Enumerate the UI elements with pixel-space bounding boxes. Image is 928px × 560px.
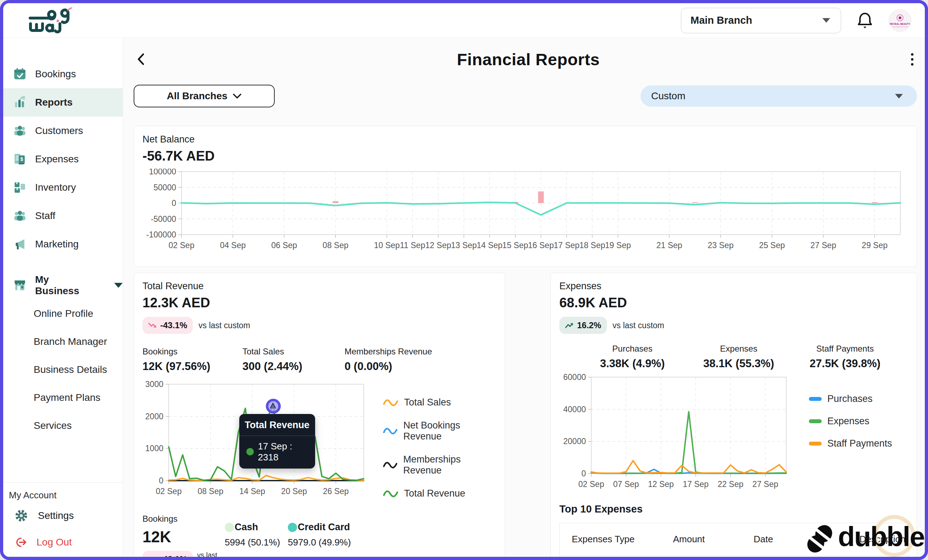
sidebar-item-bookings[interactable]: Bookings (3, 60, 123, 88)
page-title: Financial Reports (149, 50, 907, 69)
sidebar-item-settings[interactable]: Settings (3, 501, 123, 531)
svg-text:17 Sep: 17 Sep (554, 241, 580, 250)
highlight-marker (266, 399, 281, 414)
staff-users-icon (13, 209, 27, 223)
sidebar-item-expenses[interactable]: $ Expenses (3, 145, 123, 173)
sidebar-item-reports[interactable]: Reports (3, 88, 123, 117)
dropdown-arrow-icon (895, 94, 903, 99)
sidebar-item-services[interactable]: Services (3, 412, 123, 439)
svg-text:02 Sep: 02 Sep (578, 479, 604, 489)
svg-text:-100000: -100000 (147, 230, 176, 239)
sidebar-item-label: Marketing (35, 238, 79, 250)
svg-text:19 Sep: 19 Sep (605, 241, 631, 250)
cell-amount: 20000 (659, 556, 719, 557)
svg-text:27 Sep: 27 Sep (810, 241, 836, 250)
sidebar-subitem-label: Online Profile (34, 308, 93, 319)
sidebar-item-staff[interactable]: Staff (3, 202, 123, 230)
storefront-icon (13, 279, 27, 292)
svg-text:21 Sep: 21 Sep (656, 241, 682, 250)
net-balance-chart[interactable]: 100000500000-50000-10000002 Sep04 Sep06 … (142, 169, 910, 254)
chart-tooltip: Total Revenue 17 Sep : 2318 (239, 414, 315, 468)
sidebar-item-inventory[interactable]: Inventory (3, 173, 123, 202)
bookings-summary-value: 12K (142, 528, 225, 546)
svg-text:40000: 40000 (563, 405, 586, 414)
stat-value: 3.38K (4.9%) (579, 357, 685, 370)
expenses-value: 68.9K AED (559, 295, 908, 310)
legend-label: Total Revenue (404, 488, 466, 499)
receipt-icon: $ (13, 153, 27, 166)
legend-label: Staff Payments (827, 438, 892, 449)
svg-text:12 Sep: 12 Sep (648, 479, 674, 489)
sidebar-item-label: Bookings (35, 69, 76, 80)
change-value: -43.1% (160, 320, 187, 330)
wave-icon (383, 426, 398, 436)
gear-icon (15, 509, 28, 522)
change-caption: vs last custom (612, 321, 664, 330)
sidebar-item-label: Customers (35, 125, 83, 136)
svg-text:02 Sep: 02 Sep (169, 241, 195, 250)
svg-text:13 Sep: 13 Sep (451, 241, 477, 250)
kebab-menu-icon[interactable] (907, 51, 917, 68)
legend-label: Net Bookings Revenue (403, 420, 496, 442)
svg-text:15 Sep: 15 Sep (502, 241, 528, 250)
sidebar-item-label: Staff (35, 210, 55, 221)
logout-label: Log Out (37, 537, 72, 548)
cell-expenses-type: Cash Settlement (559, 556, 659, 557)
expenses-chart[interactable]: 600004000020000002 Sep07 Sep12 Sep17 Sep… (559, 374, 792, 491)
sidebar-subitem-label: Payment Plans (34, 392, 100, 403)
logout-button[interactable]: Log Out (3, 531, 123, 554)
svg-text:1000: 1000 (145, 444, 163, 453)
all-branches-label: All Branches (166, 90, 227, 102)
cash-dot (225, 523, 234, 532)
topbar: Main Branch REVEAL BEAUTY Look Good. Fee… (3, 3, 925, 38)
calendar-check-icon (13, 67, 27, 81)
stat-value: 300 (2.44%) (243, 360, 345, 373)
svg-text:04 Sep: 04 Sep (220, 241, 246, 250)
credit-card-dot (288, 523, 297, 532)
stat-value: 12K (97.56%) (142, 360, 243, 373)
bookings-summary-label: Bookings (142, 514, 225, 524)
svg-text:20000: 20000 (563, 436, 586, 446)
all-branches-button[interactable]: All Branches (134, 85, 275, 107)
sidebar-item-branch-manager[interactable]: Branch Manager (3, 328, 123, 356)
sidebar-item-online-profile[interactable]: Online Profile (3, 299, 123, 328)
svg-text:100000: 100000 (149, 169, 176, 176)
top-expenses-title: Top 10 Expenses (559, 503, 908, 515)
svg-text:50000: 50000 (154, 183, 176, 192)
svg-text:-50000: -50000 (151, 214, 176, 224)
expenses-chart-area: 600004000020000002 Sep07 Sep12 Sep17 Sep… (559, 374, 792, 493)
avatar[interactable]: REVEAL BEAUTY Look Good. Feel Good (889, 9, 911, 32)
bar-chart-icon (13, 96, 27, 109)
legend-label: Memberships Revenue (403, 454, 496, 476)
sidebar-item-marketing[interactable]: Marketing (3, 230, 123, 258)
sidebar-item-my-business[interactable]: My Business (3, 271, 123, 299)
tooltip-entry: 17 Sep : 2318 (258, 441, 315, 463)
svg-text:0: 0 (582, 469, 586, 478)
legend-item: Purchases (809, 394, 892, 404)
bookings-summary: Bookings 12K -43.1% (142, 514, 496, 557)
boxes-icon (13, 181, 27, 194)
page-header: Financial Reports (134, 47, 917, 71)
stat-label: Staff Payments (792, 344, 898, 354)
back-arrow-button[interactable] (134, 51, 149, 67)
sidebar-item-business-details[interactable]: Business Details (3, 356, 123, 383)
period-select[interactable]: Custom (641, 85, 917, 107)
main-content: Financial Reports All Branches Custom Ne… (123, 38, 925, 557)
svg-text:22 Sep: 22 Sep (717, 479, 743, 489)
branch-selector[interactable]: Main Branch (681, 8, 841, 33)
svg-text:17 Sep: 17 Sep (683, 479, 708, 489)
dubble-logo-icon (803, 522, 836, 556)
stat-label: Memberships Revenue (345, 346, 432, 357)
svg-text:26 Sep: 26 Sep (323, 487, 349, 496)
sidebar-item-customers[interactable]: Customers (3, 117, 123, 145)
svg-text:$: $ (20, 157, 23, 162)
svg-text:14 Sep: 14 Sep (477, 241, 503, 250)
column-header: Expenses Type (559, 523, 659, 556)
stat-label: Bookings (142, 346, 243, 357)
notifications-bell-icon[interactable] (857, 12, 873, 29)
sidebar: Bookings Reports Customers (3, 38, 123, 557)
net-balance-title: Net Balance (142, 134, 908, 145)
svg-text:10 Sep: 10 Sep (374, 241, 400, 250)
stat-expenses: Expenses 38.1K (55.3%) (685, 344, 792, 370)
sidebar-item-payment-plans[interactable]: Payment Plans (3, 383, 123, 412)
